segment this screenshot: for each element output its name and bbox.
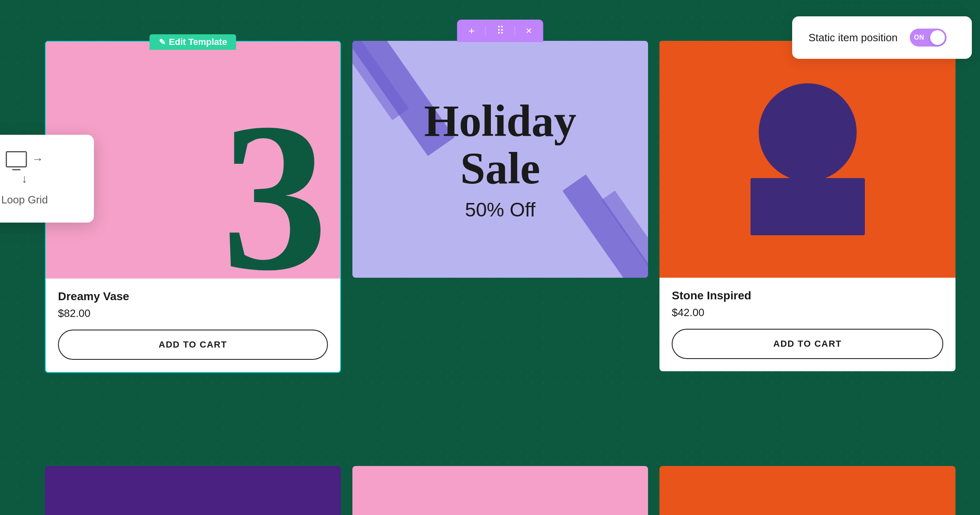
toggle-on-label: ON: [914, 34, 924, 41]
arrow-right-icon: →: [32, 153, 43, 166]
edit-template-badge[interactable]: Edit Template: [150, 34, 236, 50]
add-to-cart-button-1[interactable]: ADD TO CART: [58, 330, 328, 360]
static-position-panel: Static item position ON: [792, 16, 972, 59]
stone-rect: [751, 178, 865, 235]
product-image-3: [659, 41, 956, 278]
holiday-subtitle: 50% Off: [424, 198, 577, 221]
product-name-1: Dreamy Vase: [58, 290, 328, 303]
product-card-col-3: Static item position ON Stone Inspired $…: [659, 41, 956, 499]
bottom-card-1: [45, 466, 341, 515]
toolbar-plus-button[interactable]: +: [465, 24, 478, 38]
holiday-card: Holiday Sale 50% Off: [352, 41, 648, 278]
product-card-col-1: → ↓ Loop Grid Edit Template 3 Dreamy Vas…: [45, 41, 341, 499]
static-position-toggle[interactable]: ON: [910, 29, 947, 47]
monitor-icon: [6, 151, 27, 167]
main-grid: → ↓ Loop Grid Edit Template 3 Dreamy Vas…: [45, 41, 956, 499]
toolbar-divider-1: [486, 26, 486, 36]
holiday-title: Holiday Sale: [424, 98, 577, 192]
toolbar-divider-2: [515, 26, 515, 36]
bottom-card-3: [659, 466, 956, 515]
card-body-3: Stone Inspired $42.00 ADD TO CART: [659, 278, 956, 371]
toggle-track: ON: [910, 29, 947, 47]
bottom-card-2: [352, 466, 648, 515]
toolbar-grid-button[interactable]: ⠿: [493, 24, 508, 38]
toggle-thumb: [930, 30, 945, 45]
add-to-cart-button-3[interactable]: ADD TO CART: [672, 329, 943, 359]
loop-grid-tooltip: → ↓ Loop Grid: [0, 135, 94, 223]
product-price-1: $82.00: [58, 307, 328, 320]
product-price-3: $42.00: [672, 306, 943, 319]
loop-grid-label: Loop Grid: [1, 194, 48, 206]
bottom-row: [45, 466, 956, 515]
holiday-text: Holiday Sale 50% Off: [424, 98, 577, 221]
holiday-line2: Sale: [460, 143, 540, 193]
stone-circle: [759, 83, 857, 181]
vase-decoration: 3: [222, 91, 328, 279]
icon-row: →: [6, 151, 43, 167]
stone-shape: [751, 83, 865, 235]
product-card-3: Stone Inspired $42.00 ADD TO CART: [659, 41, 956, 371]
card-body-1: Dreamy Vase $82.00 ADD TO CART: [46, 279, 340, 372]
loop-grid-icon-container: → ↓: [6, 151, 43, 185]
item-toolbar: + ⠿ ×: [457, 20, 543, 42]
static-position-label: Static item position: [808, 31, 898, 44]
edit-template-label: Edit Template: [169, 37, 227, 47]
holiday-line1: Holiday: [424, 96, 577, 146]
toolbar-close-button[interactable]: ×: [523, 24, 535, 38]
product-card-col-2: + ⠿ × Holiday Sale 50% Off: [352, 41, 648, 499]
arrow-down-icon: ↓: [22, 172, 27, 185]
product-name-3: Stone Inspired: [672, 289, 943, 302]
